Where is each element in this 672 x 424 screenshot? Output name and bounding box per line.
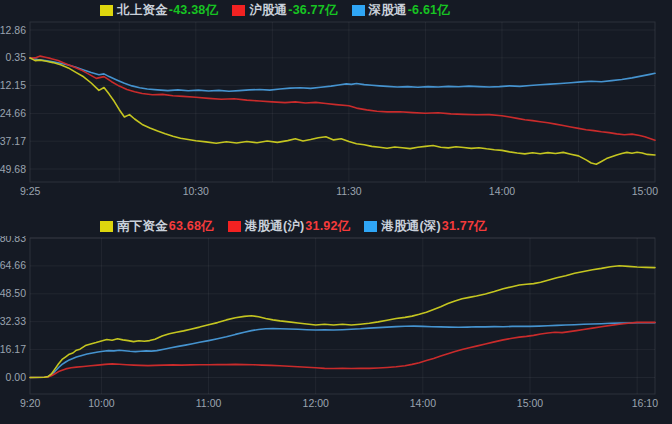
y-axis-tick: 0.00 bbox=[6, 371, 27, 383]
series-line-northbound bbox=[30, 56, 655, 140]
series-line-northbound bbox=[30, 58, 655, 164]
y-axis-tick: -37.17 bbox=[0, 135, 26, 147]
series-name-label: 港股通(深) bbox=[381, 218, 441, 235]
x-axis-tick: 16:10 bbox=[632, 397, 658, 409]
series-color-swatch bbox=[228, 221, 241, 232]
y-axis-tick: 48.50 bbox=[0, 287, 26, 299]
x-axis-tick: 14:00 bbox=[410, 397, 436, 409]
series-color-swatch bbox=[100, 5, 113, 16]
series-value-label: 63.68亿 bbox=[169, 218, 214, 235]
legend-item-northbound-2[interactable]: 深股通-6.61亿 bbox=[352, 2, 450, 19]
y-axis-tick: 64.66 bbox=[0, 259, 26, 271]
series-line-southbound bbox=[30, 323, 655, 378]
y-axis-tick: 80.83 bbox=[0, 236, 26, 244]
legend-item-southbound-2[interactable]: 港股通(深)31.77亿 bbox=[364, 218, 487, 235]
series-value-label: 31.92亿 bbox=[305, 218, 350, 235]
series-color-swatch bbox=[100, 221, 113, 232]
plot-area-border bbox=[30, 238, 655, 394]
northbound-legend: 北上资金-43.38亿沪股通-36.77亿深股通-6.61亿 bbox=[0, 0, 672, 20]
x-axis-tick: 9:20 bbox=[20, 397, 41, 409]
x-axis-tick: 15:00 bbox=[632, 185, 658, 197]
x-axis-tick: 11:00 bbox=[196, 397, 222, 409]
x-axis-tick: 14:00 bbox=[489, 185, 515, 197]
x-axis-tick: 9:25 bbox=[20, 185, 41, 197]
series-value-label: -43.38亿 bbox=[169, 2, 218, 19]
series-color-swatch bbox=[232, 5, 245, 16]
legend-item-northbound-0[interactable]: 北上资金-43.38亿 bbox=[100, 2, 218, 19]
x-axis-tick: 12:00 bbox=[303, 397, 329, 409]
series-color-swatch bbox=[352, 5, 365, 16]
series-value-label: -36.77亿 bbox=[288, 2, 337, 19]
legend-item-northbound-1[interactable]: 沪股通-36.77亿 bbox=[232, 2, 337, 19]
series-value-label: -6.61亿 bbox=[408, 2, 450, 19]
x-axis-tick: 10:30 bbox=[183, 185, 209, 197]
y-axis-tick: 16.17 bbox=[0, 343, 26, 355]
y-axis-tick: -49.68 bbox=[0, 163, 26, 175]
y-axis-tick: 0.35 bbox=[6, 51, 27, 63]
x-axis-tick: 11:30 bbox=[336, 185, 362, 197]
northbound-chart-block: 北上资金-43.38亿沪股通-36.77亿深股通-6.61亿 12.860.35… bbox=[0, 0, 672, 208]
y-axis-tick: 32.33 bbox=[0, 315, 26, 327]
series-name-label: 沪股通 bbox=[249, 2, 287, 19]
plot-area-border bbox=[30, 22, 655, 182]
capital-flow-panel: 北上资金-43.38亿沪股通-36.77亿深股通-6.61亿 12.860.35… bbox=[0, 0, 672, 424]
northbound-flow-chart[interactable]: 12.860.35-12.15-24.66-37.17-49.689:2510:… bbox=[0, 20, 672, 208]
series-name-label: 港股通(沪) bbox=[245, 218, 305, 235]
series-name-label: 南下资金 bbox=[117, 218, 168, 235]
y-axis-tick: -12.15 bbox=[0, 79, 26, 91]
series-color-swatch bbox=[364, 221, 377, 232]
y-axis-tick: 12.86 bbox=[0, 24, 26, 36]
x-axis-tick: 15:00 bbox=[517, 397, 543, 409]
y-axis-tick: -24.66 bbox=[0, 107, 26, 119]
series-value-label: 31.77亿 bbox=[442, 218, 487, 235]
legend-item-southbound-0[interactable]: 南下资金63.68亿 bbox=[100, 218, 214, 235]
southbound-chart-block: 南下资金63.68亿港股通(沪)31.92亿港股通(深)31.77亿 80.83… bbox=[0, 216, 672, 424]
series-name-label: 北上资金 bbox=[117, 2, 168, 19]
legend-item-southbound-1[interactable]: 港股通(沪)31.92亿 bbox=[228, 218, 351, 235]
southbound-flow-chart[interactable]: 80.8364.6648.5032.3316.170.009:2010:0011… bbox=[0, 236, 672, 424]
series-line-northbound bbox=[30, 58, 655, 91]
x-axis-tick: 10:00 bbox=[88, 397, 114, 409]
southbound-legend: 南下资金63.68亿港股通(沪)31.92亿港股通(深)31.77亿 bbox=[0, 216, 672, 236]
series-name-label: 深股通 bbox=[369, 2, 407, 19]
